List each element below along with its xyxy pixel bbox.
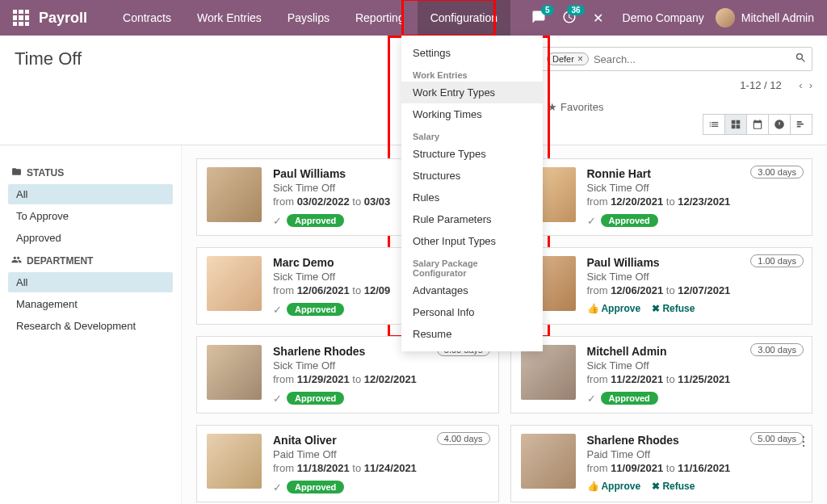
status-badge: Approved [601,392,658,405]
star-icon: ★ [548,101,557,113]
favorites-label: Favorites [560,101,603,113]
card-dates: from 11/09/2021 to 11/16/2021 [587,462,803,474]
avatar [207,167,262,222]
card-type: Sick Time Off [587,359,803,372]
user-avatar [716,8,735,27]
company-selector[interactable]: Demo Company [623,11,704,24]
user-name: Mitchell Admin [741,11,814,24]
dd-structure-types[interactable]: Structure Types [401,143,543,165]
card-dates: from 11/18/2021 to 11/24/2021 [273,462,489,474]
days-badge: 3.00 days [750,166,804,178]
timeoff-card[interactable]: Sharlene RhodesPaid Time Offfrom 11/09/2… [510,425,813,502]
card-dates: from 12/20/2021 to 12/23/2021 [587,195,803,208]
sidebar-dept-all[interactable]: All [8,272,173,292]
messaging-badge: 5 [541,5,554,15]
search-input[interactable] [589,53,795,65]
card-type: Sick Time Off [587,271,803,283]
view-gantt-icon[interactable] [790,114,812,135]
chip-remove-icon[interactable]: × [577,53,583,65]
dd-working-times[interactable]: Working Times [401,103,543,125]
check-icon: ✓ [273,393,282,405]
dd-personal-info[interactable]: Personal Info [401,301,543,323]
status-badge: Approved [287,481,344,494]
chip-label: Defer [552,54,574,64]
avatar [207,256,262,311]
view-activity-icon[interactable] [768,114,791,135]
search-icon[interactable] [795,52,807,66]
dd-other-input-types[interactable]: Other Input Types [401,230,543,252]
status-badge: Approved [287,214,344,227]
dd-head-salary: Salary [401,125,543,143]
sidebar-dept-rnd[interactable]: Research & Development [8,316,173,336]
card-type: Sick Time Off [273,359,489,372]
status-badge: Approved [601,214,658,227]
pager-text: 1-12 / 12 [740,79,781,91]
brand: Payroll [39,10,87,27]
dd-rules[interactable]: Rules [401,187,543,208]
sidebar-status-to-approve[interactable]: To Approve [8,206,173,226]
close-icon[interactable]: ✕ [593,10,603,26]
timeoff-card[interactable]: Paul WilliamsSick Time Offfrom 12/06/202… [510,247,813,325]
status-badge: Approved [287,303,344,316]
favorites-menu[interactable]: ★ Favorites [548,101,603,113]
sidebar-dept-head: DEPARTMENT [11,254,173,267]
search-chip[interactable]: Defer × [547,52,589,65]
dd-advantages[interactable]: Advantages [401,279,543,301]
people-icon [11,254,22,267]
approve-button[interactable]: 👍 Approve [587,303,641,314]
view-list-icon[interactable] [703,114,725,135]
check-icon: ✓ [273,481,282,494]
dd-settings[interactable]: Settings [401,42,543,64]
sidebar-status-head: STATUS [11,166,173,179]
check-icon: ✓ [587,215,596,227]
view-switcher [703,114,812,135]
dd-head-work-entries: Work Entries [401,64,543,82]
nav-reporting[interactable]: Reporting [342,0,418,36]
refuse-button[interactable]: ✖ Refuse [652,481,695,492]
avatar [521,434,576,489]
activities-badge: 36 [567,5,584,15]
sidebar-status-all[interactable]: All [8,184,173,204]
dd-structures[interactable]: Structures [401,165,543,187]
page-title: Time Off [15,48,82,69]
nav-contracts[interactable]: Contracts [110,0,184,36]
nav-work-entries[interactable]: Work Entries [184,0,275,36]
sidebar: STATUS All To Approve Approved DEPARTMEN… [0,145,182,504]
apps-icon[interactable] [13,10,29,26]
nav-configuration[interactable]: Configuration [418,0,510,36]
configuration-dropdown: Settings Work Entries Work Entry Types W… [401,36,543,351]
user-menu[interactable]: Mitchell Admin [716,8,814,27]
card-dates: from 11/22/2021 to 11/25/2021 [587,373,803,385]
dd-rule-parameters[interactable]: Rule Parameters [401,208,543,230]
pager-next-icon[interactable]: › [809,79,812,91]
days-badge: 3.00 days [750,343,804,356]
sidebar-dept-management[interactable]: Management [8,294,173,314]
card-type: Sick Time Off [587,182,803,194]
timeoff-card[interactable]: Anita OliverPaid Time Offfrom 11/18/2021… [196,425,499,502]
check-icon: ✓ [273,215,282,227]
pager-prev-icon[interactable]: ‹ [799,79,802,91]
search-bar[interactable]: Defer × [541,47,812,71]
activities-icon[interactable]: 36 [562,10,577,27]
check-icon: ✓ [273,304,282,316]
topbar: Payroll Contracts Work Entries Payslips … [0,0,827,36]
card-dates: from 11/29/2021 to 12/02/2021 [273,373,489,385]
status-badge: Approved [287,392,344,405]
card-dates: from 12/06/2021 to 12/07/2021 [587,284,803,296]
nav-payslips[interactable]: Payslips [275,0,342,36]
sidebar-status-approved[interactable]: Approved [8,228,173,248]
timeoff-card[interactable]: Ronnie HartSick Time Offfrom 12/20/2021 … [510,158,813,236]
dd-resume[interactable]: Resume [401,323,543,345]
card-type: Paid Time Off [273,448,489,460]
messaging-icon[interactable]: 5 [531,10,546,27]
view-kanban-icon[interactable] [724,114,747,135]
kebab-icon[interactable]: ⋮ [794,434,813,449]
folder-icon [11,166,22,179]
days-badge: 4.00 days [437,432,490,445]
refuse-button[interactable]: ✖ Refuse [652,303,695,314]
approve-button[interactable]: 👍 Approve [587,481,641,492]
dd-work-entry-types[interactable]: Work Entry Types [401,82,543,103]
timeoff-card[interactable]: Mitchell AdminSick Time Offfrom 11/22/20… [510,336,813,414]
view-calendar-icon[interactable] [746,114,769,135]
check-icon: ✓ [587,393,596,405]
